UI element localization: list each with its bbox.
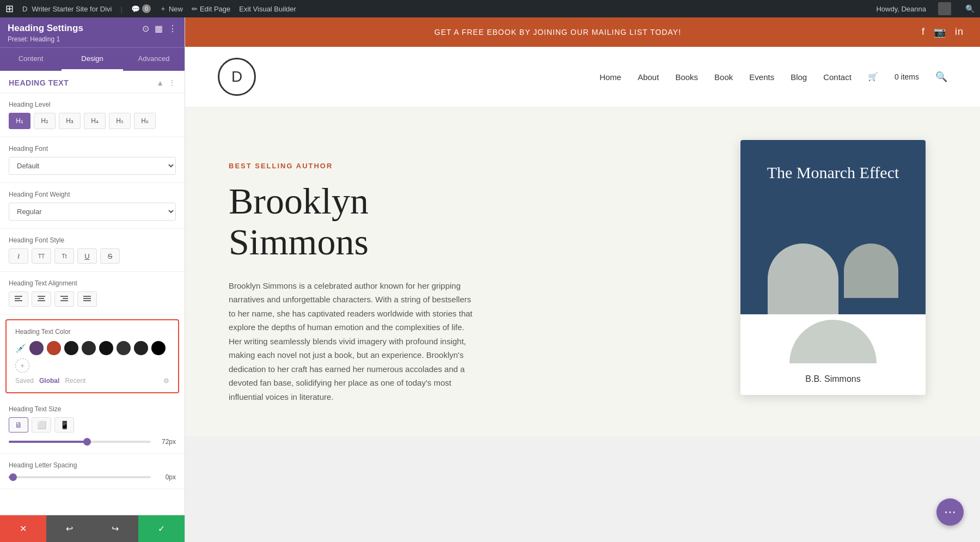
save-button[interactable]: ✓ [138,515,185,542]
section-more-icon[interactable]: ⋮ [168,78,176,87]
hero-text: BEST SELLING AUTHOR BrooklynSimmons Broo… [229,140,697,404]
cancel-button[interactable]: ✕ [0,515,46,542]
nav-events[interactable]: Events [749,72,774,82]
heading-level-field: Heading Level H₁ H₂ H₃ H₄ H₅ H₆ [0,93,185,137]
focus-icon[interactable]: ⊙ [142,23,149,34]
redo-button[interactable]: ↪ [93,515,139,542]
h3-button[interactable]: H₃ [59,113,81,129]
new-link[interactable]: ＋ New [160,4,183,14]
nav-home[interactable]: Home [599,72,621,82]
undo-button[interactable]: ↩ [46,515,93,542]
h4-button[interactable]: H₄ [84,113,106,129]
size-slider-track[interactable] [9,441,151,443]
letter-slider-value[interactable]: 0px [156,473,176,481]
sidebar-tabs: Content Design Advanced [0,47,185,71]
h6-button[interactable]: H₆ [134,113,156,129]
color-swatch-6[interactable] [117,341,131,355]
global-tab[interactable]: Global [39,377,59,385]
heading-text-size-label: Heading Text Size [9,405,176,413]
color-swatch-1[interactable] [29,341,44,355]
cart-icon[interactable]: 🛒 [868,72,878,82]
exit-builder-link[interactable]: Exit Visual Builder [239,5,296,13]
strikethrough-button[interactable]: S [100,248,120,264]
size-slider-value[interactable]: 72px [156,438,176,446]
cart-count: 0 items [895,72,919,81]
device-buttons: 🖥 ⬜ 📱 [9,417,176,433]
search-icon[interactable]: 🔍 [935,71,947,83]
letter-slider-thumb[interactable] [9,473,17,481]
color-swatch-4[interactable] [82,341,96,355]
heading-font-weight-field: Heading Font Weight Regular Bold Light [0,183,185,229]
capitalize-button[interactable]: Tt [54,248,74,264]
edit-page-link[interactable]: ✏ Edit Page [192,5,230,13]
sidebar-content: Heading Text ▲ ⋮ Heading Level H₁ H₂ H₃ … [0,71,185,515]
svg-rect-1 [15,298,20,299]
more-icon[interactable]: ⋮ [168,23,177,34]
color-swatch-2[interactable] [47,341,61,355]
mobile-button[interactable]: 📱 [54,417,74,433]
nav-books[interactable]: Books [675,72,698,82]
color-swatch-7[interactable] [134,341,148,355]
tablet-button[interactable]: ⬜ [32,417,51,433]
hero-subtitle: BEST SELLING AUTHOR [229,162,697,170]
underline-button[interactable]: U [77,248,97,264]
main-container: Heading Settings ⊙ ▦ ⋮ Preset: Heading 1… [0,17,980,542]
layout-icon[interactable]: ▦ [155,23,163,34]
nav-blog[interactable]: Blog [791,72,807,82]
heading-font-select[interactable]: Default Georgia Arial [9,157,176,175]
eyedropper-icon[interactable]: 💉 [15,343,26,354]
instagram-icon[interactable]: 📷 [934,26,946,38]
admin-search-icon[interactable]: 🔍 [965,4,975,13]
color-swatch-3[interactable] [64,341,78,355]
nav-contact[interactable]: Contact [823,72,852,82]
align-left-button[interactable] [9,291,28,307]
sidebar-title: Heading Settings [8,23,83,34]
italic-button[interactable]: I [9,248,28,264]
book-area: The Monarch Effect B.B. Simmons [730,140,936,395]
arch-left [768,243,838,314]
preset-label[interactable]: Preset: Heading 1 [8,35,177,43]
comments-link[interactable]: 💬 0 [131,4,151,13]
sidebar: Heading Settings ⊙ ▦ ⋮ Preset: Heading 1… [0,17,185,542]
size-slider-row: 72px [9,438,176,446]
tab-content[interactable]: Content [0,48,62,71]
h2-button[interactable]: H₂ [34,113,56,129]
banner-text: GET A FREE EBOOK BY JOINING OUR MAILING … [194,28,922,36]
section-icons: ▲ ⋮ [156,78,176,87]
tab-advanced[interactable]: Advanced [123,48,185,71]
wp-logo-icon[interactable]: ⊞ [5,3,14,15]
letter-slider-track[interactable] [9,476,151,478]
site-logo[interactable]: D [218,58,256,96]
floating-action-button[interactable]: ⋯ [936,498,964,526]
svg-rect-0 [15,296,22,297]
nav-about[interactable]: About [638,72,659,82]
heading-font-weight-select[interactable]: Regular Bold Light [9,203,176,221]
heading-letter-spacing-field: Heading Letter Spacing 0px [0,454,185,489]
h1-button[interactable]: H₁ [9,113,30,129]
align-center-button[interactable] [32,291,51,307]
desktop-button[interactable]: 🖥 [9,417,28,433]
size-slider-thumb[interactable] [83,438,91,446]
align-right-button[interactable] [54,291,74,307]
color-swatch-5[interactable] [99,341,113,355]
uppercase-button[interactable]: TT [32,248,51,264]
add-color-button[interactable]: + [15,358,29,373]
website-preview: GET A FREE EBOOK BY JOINING OUR MAILING … [185,17,980,542]
heading-letter-spacing-label: Heading Letter Spacing [9,461,176,469]
facebook-icon[interactable]: f [922,26,925,38]
hero-bio: Brooklyn Simmons is a celebrated author … [229,279,479,404]
collapse-icon[interactable]: ▲ [156,78,164,87]
svg-rect-4 [38,296,45,297]
linkedin-icon[interactable]: in [955,26,964,38]
color-settings-icon[interactable]: ⚙ [163,377,169,385]
h5-button[interactable]: H₅ [109,113,131,129]
align-justify-button[interactable] [77,291,97,307]
site-name-link[interactable]: D Writer Starter Site for Divi [22,5,112,13]
color-swatch-8[interactable] [151,341,166,355]
tab-design[interactable]: Design [62,48,123,71]
nav-book[interactable]: Book [714,72,733,82]
sidebar-bottom-toolbar: ✕ ↩ ↪ ✓ [0,515,185,542]
saved-tab[interactable]: Saved [15,377,34,385]
heading-level-label: Heading Level [9,101,176,108]
recent-tab[interactable]: Recent [65,377,85,385]
